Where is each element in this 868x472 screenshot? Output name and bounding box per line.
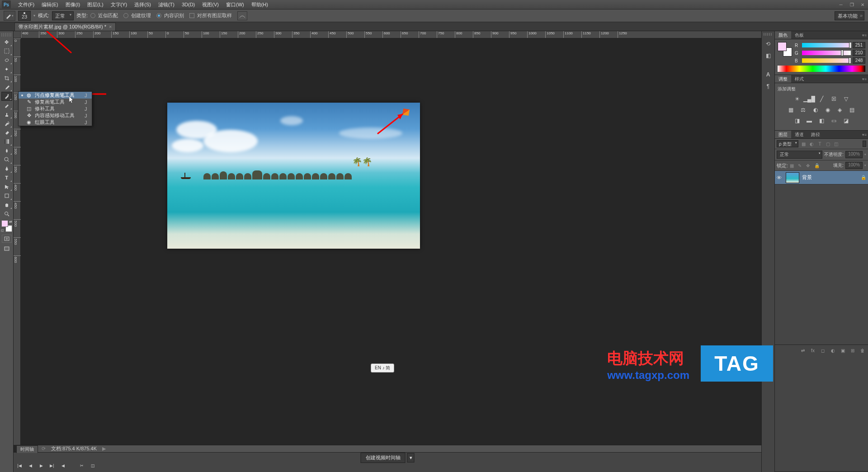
menu-edit[interactable]: 编辑(E) xyxy=(38,0,62,9)
styles-tab[interactable]: 样式 xyxy=(791,75,807,83)
menu-layer[interactable]: 图层(L) xyxy=(84,0,107,9)
layer-style-icon[interactable]: fx xyxy=(809,347,816,354)
timeline-cut-icon[interactable]: ✂ xyxy=(79,463,85,469)
filter-type-icon[interactable]: T xyxy=(816,141,823,147)
color-lookup-icon[interactable]: ▤ xyxy=(848,106,856,114)
lasso-tool[interactable] xyxy=(1,56,12,65)
layer-name[interactable]: 背景 xyxy=(802,174,812,181)
wand-tool[interactable]: ✦ xyxy=(1,65,12,74)
ruler-horizontal[interactable]: 4003503002502001501005005010015020025030… xyxy=(21,31,761,38)
window-minimize[interactable]: ─ xyxy=(835,0,846,9)
color-balance-icon[interactable]: ⚖ xyxy=(799,106,807,114)
photo-filter-icon[interactable]: ◉ xyxy=(824,106,832,114)
flyout-item-3[interactable]: ✥内容感知移动工具J xyxy=(19,112,92,119)
filter-adjustment-icon[interactable]: ◐ xyxy=(808,141,815,147)
type-content-aware-option[interactable]: 内容识别 xyxy=(156,12,184,19)
brush-tool[interactable] xyxy=(1,101,12,110)
crop-tool[interactable] xyxy=(1,74,12,83)
invert-icon[interactable]: ◨ xyxy=(793,117,801,125)
levels-icon[interactable]: ▁▄█ xyxy=(805,95,813,103)
history-panel-icon[interactable]: ⟲ xyxy=(763,38,774,49)
healing-brush-tool[interactable] xyxy=(1,92,12,101)
type-proximity-option[interactable]: 近似匹配 xyxy=(90,12,118,19)
layer-mask-icon[interactable]: ◻ xyxy=(819,347,826,354)
timeline-last-frame[interactable]: ◀ xyxy=(60,463,66,469)
menu-help[interactable]: 帮助(H) xyxy=(248,0,272,9)
new-group-icon[interactable]: ▣ xyxy=(839,347,846,354)
blur-tool[interactable] xyxy=(1,146,12,155)
gradient-map-icon[interactable]: ▭ xyxy=(830,117,838,125)
document-tab-close[interactable]: × xyxy=(109,24,112,29)
paths-tab[interactable]: 路径 xyxy=(807,131,824,138)
window-close[interactable]: ✕ xyxy=(857,0,868,9)
layer-thumbnail[interactable] xyxy=(786,172,799,183)
timeline-prev-frame[interactable]: ◀ xyxy=(27,463,33,469)
swap-colors-icon[interactable]: ⇄ xyxy=(9,220,12,224)
menu-filter[interactable]: 滤镜(T) xyxy=(155,0,178,9)
lock-all-icon[interactable]: 🔒 xyxy=(814,163,821,168)
layers-tab[interactable]: 图层 xyxy=(775,131,791,138)
threshold-icon[interactable]: ◧ xyxy=(817,117,826,125)
marquee-tool[interactable] xyxy=(1,47,12,56)
bw-icon[interactable]: ◐ xyxy=(811,106,820,114)
r-slider[interactable] xyxy=(802,43,851,47)
timeline-next-frame[interactable]: ▶| xyxy=(49,463,55,469)
create-video-timeline-button[interactable]: 创建视频时间轴 xyxy=(361,453,406,463)
new-layer-icon[interactable]: ⊞ xyxy=(849,347,856,354)
zoom-tool[interactable] xyxy=(1,209,12,218)
layer-visibility-icon[interactable]: 👁 xyxy=(777,175,783,180)
channel-mixer-icon[interactable]: ◈ xyxy=(836,106,844,114)
toolbox-grip[interactable] xyxy=(1,33,12,37)
character-panel-icon[interactable]: A xyxy=(763,69,774,80)
dock-grip[interactable] xyxy=(764,33,773,36)
posterize-icon[interactable]: ▬ xyxy=(805,117,813,125)
selective-color-icon[interactable]: ◪ xyxy=(842,117,850,125)
filter-smart-icon[interactable]: ◫ xyxy=(833,141,839,147)
properties-panel-icon[interactable]: ◧ xyxy=(763,50,774,61)
eyedropper-tool[interactable] xyxy=(1,83,12,92)
foreground-color-swatch[interactable] xyxy=(1,220,8,227)
menu-view[interactable]: 视图(V) xyxy=(198,0,222,9)
document-tab[interactable]: 带水印图片素材.jpg @ 100%(RGB/8#) * × xyxy=(14,23,116,31)
opacity-field[interactable]: 100% xyxy=(845,151,863,158)
tool-preset-picker[interactable]: ▾ xyxy=(4,11,15,21)
g-value[interactable]: 210 xyxy=(853,50,865,56)
paragraph-panel-icon[interactable]: ¶ xyxy=(763,81,774,92)
gradient-tool[interactable] xyxy=(1,137,12,146)
link-layers-icon[interactable]: ⇄ xyxy=(799,347,807,354)
move-tool[interactable]: ✥ xyxy=(1,38,12,47)
hand-tool[interactable] xyxy=(1,200,12,209)
fill-field[interactable]: 100% xyxy=(845,162,863,169)
menu-3d[interactable]: 3D(D) xyxy=(178,1,198,8)
default-colors-icon[interactable]: ◱ xyxy=(1,229,4,232)
shape-tool[interactable] xyxy=(1,191,12,200)
menu-type[interactable]: 文字(Y) xyxy=(107,0,131,9)
status-arrow-icon[interactable]: ⟳ xyxy=(42,446,46,452)
color-panel-fg-swatch[interactable] xyxy=(778,42,787,51)
flyout-item-1[interactable]: ✎修复画笔工具J xyxy=(19,99,92,105)
document-info[interactable]: 文档:875.4 K/875.4K xyxy=(51,445,97,452)
brightness-contrast-icon[interactable]: ☀ xyxy=(793,95,801,103)
color-tab[interactable]: 颜色 xyxy=(775,31,791,39)
lock-transparency-icon[interactable]: ▦ xyxy=(790,163,796,168)
b-slider[interactable] xyxy=(802,58,851,63)
type-tool[interactable]: T xyxy=(1,173,12,182)
b-value[interactable]: 248 xyxy=(853,57,865,64)
filter-pixel-icon[interactable]: ▦ xyxy=(800,141,807,147)
adjustments-tab[interactable]: 调整 xyxy=(775,75,791,83)
status-info-arrow[interactable]: ▶ xyxy=(102,446,106,452)
curves-icon[interactable]: ╱ xyxy=(817,95,826,103)
flyout-item-4[interactable]: ◉红眼工具J xyxy=(19,119,92,126)
lock-image-icon[interactable]: ✎ xyxy=(798,163,804,168)
brush-picker[interactable]: 23 xyxy=(18,11,31,21)
swatches-tab[interactable]: 色板 xyxy=(791,31,807,39)
ruler-origin[interactable] xyxy=(14,31,21,38)
hue-sat-icon[interactable]: ▦ xyxy=(787,106,795,114)
new-fill-adjustment-icon[interactable]: ◐ xyxy=(829,347,836,354)
timeline-play[interactable]: ▶ xyxy=(38,463,44,469)
g-slider[interactable] xyxy=(802,51,851,55)
blend-mode-dropdown[interactable]: 正常 xyxy=(777,151,822,159)
layer-filter-kind[interactable]: ρ 类型 xyxy=(777,140,798,147)
adjustments-panel-menu[interactable]: ▾≡ xyxy=(861,75,868,83)
path-selection-tool[interactable] xyxy=(1,182,12,191)
